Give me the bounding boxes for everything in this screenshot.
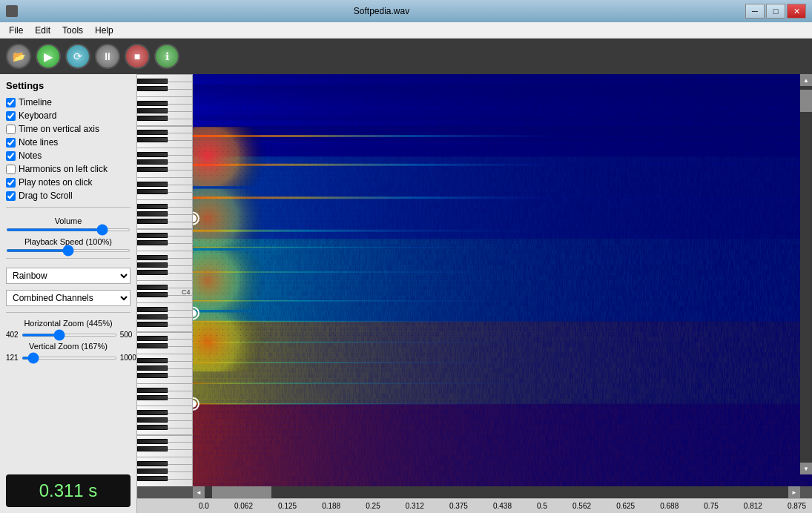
piano-key-black[interactable] bbox=[137, 373, 168, 378]
menu-file[interactable]: File bbox=[3, 24, 29, 37]
channels-select[interactable]: Combined Channels Left Channel Right Cha… bbox=[6, 290, 131, 306]
piano-key-black[interactable] bbox=[137, 240, 168, 245]
piano-key-black[interactable] bbox=[137, 159, 168, 165]
piano-key-black[interactable] bbox=[137, 285, 168, 290]
checkbox-play-notes[interactable]: Play notes on click bbox=[6, 177, 131, 188]
checkbox-notes-label: Notes bbox=[19, 150, 42, 161]
play-button[interactable]: ▶ bbox=[36, 44, 61, 69]
volume-slider[interactable] bbox=[6, 228, 131, 231]
piano-key-black[interactable] bbox=[137, 262, 168, 268]
piano-key-black[interactable] bbox=[137, 365, 168, 371]
piano-key-black[interactable] bbox=[137, 101, 168, 106]
checkbox-time-vertical[interactable]: Time on vertical axis bbox=[6, 124, 131, 134]
piano-key-black[interactable] bbox=[137, 86, 168, 91]
pause-button[interactable]: ⏸ bbox=[95, 44, 120, 69]
checkbox-time-vertical-input[interactable] bbox=[6, 125, 16, 134]
loop-button[interactable]: ⟳ bbox=[65, 44, 90, 69]
vzoom-min: 121 bbox=[6, 354, 19, 362]
vzoom-row: 121 1000 bbox=[6, 354, 131, 362]
piano-key-black[interactable] bbox=[137, 410, 168, 415]
checkbox-play-notes-input[interactable] bbox=[6, 178, 16, 188]
checkbox-timeline-input[interactable] bbox=[6, 98, 16, 107]
piano-key-black[interactable] bbox=[137, 343, 168, 348]
checkbox-keyboard-input[interactable] bbox=[6, 111, 16, 121]
piano-key-black[interactable] bbox=[137, 130, 168, 135]
checkbox-timeline[interactable]: Timeline bbox=[6, 97, 131, 107]
piano-key-black[interactable] bbox=[137, 108, 168, 113]
piano-key-black[interactable] bbox=[137, 204, 168, 209]
piano-key-black[interactable] bbox=[137, 137, 168, 142]
piano-key-black[interactable] bbox=[137, 425, 168, 430]
piano-key-black[interactable] bbox=[137, 292, 168, 297]
scroll-left-button[interactable]: ◄ bbox=[193, 486, 205, 498]
axis-tick: 0.0 bbox=[199, 502, 209, 510]
menu-edit[interactable]: Edit bbox=[29, 24, 56, 37]
checkbox-play-notes-label: Play notes on click bbox=[19, 177, 92, 188]
checkbox-notes-input[interactable] bbox=[6, 151, 16, 161]
time-axis: 0.00.0620.1250.1880.250.3120.3750.4380.5… bbox=[137, 498, 812, 513]
hzoom-slider[interactable] bbox=[22, 334, 117, 337]
piano-key-black[interactable] bbox=[137, 336, 168, 341]
vertical-scrollbar[interactable]: ▲ ▼ bbox=[800, 74, 812, 474]
piano-key-black[interactable] bbox=[137, 446, 168, 451]
piano-key-black[interactable] bbox=[137, 219, 168, 224]
piano-key-black[interactable] bbox=[137, 255, 168, 260]
axis-tick: 0.438 bbox=[493, 502, 512, 510]
axis-tick: 0.625 bbox=[616, 502, 635, 510]
piano-key-black[interactable] bbox=[137, 417, 168, 423]
playback-speed-slider[interactable] bbox=[6, 249, 131, 252]
color-scheme-select[interactable]: Rainbow Grayscale Hot Cool bbox=[6, 268, 131, 284]
piano-key-black[interactable] bbox=[137, 182, 168, 187]
scroll-up-button[interactable]: ▲ bbox=[800, 74, 812, 86]
piano-key-black[interactable] bbox=[137, 152, 168, 157]
vzoom-slider[interactable] bbox=[22, 357, 117, 360]
piano-key-black[interactable] bbox=[137, 189, 168, 194]
piano-key-black[interactable] bbox=[137, 388, 168, 393]
checkbox-keyboard[interactable]: Keyboard bbox=[6, 110, 131, 121]
open-button[interactable]: 📂 bbox=[6, 44, 31, 69]
checkbox-note-lines[interactable]: Note lines bbox=[6, 137, 131, 148]
info-button[interactable]: ℹ bbox=[154, 44, 179, 69]
piano-key-black[interactable] bbox=[137, 358, 168, 363]
piano-key-black[interactable] bbox=[137, 211, 168, 216]
menu-tools[interactable]: Tools bbox=[56, 24, 89, 37]
stop-button[interactable]: ■ bbox=[125, 44, 150, 69]
horizontal-scrollbar[interactable]: ◄ ► bbox=[193, 486, 800, 498]
checkbox-harmonics-label: Harmonics on left click bbox=[19, 164, 108, 174]
scroll-track-v[interactable] bbox=[800, 86, 812, 463]
minimize-button[interactable]: ─ bbox=[745, 4, 765, 19]
axis-tick: 0.812 bbox=[744, 502, 762, 510]
spectrogram-canvas bbox=[193, 74, 812, 486]
checkbox-note-lines-input[interactable] bbox=[6, 138, 16, 148]
scroll-down-button[interactable]: ▼ bbox=[800, 463, 812, 474]
piano-key-black[interactable] bbox=[137, 395, 168, 400]
piano-key-black[interactable] bbox=[137, 79, 168, 84]
close-button[interactable]: ✕ bbox=[787, 4, 806, 19]
maximize-button[interactable]: □ bbox=[766, 4, 785, 19]
checkbox-drag-scroll-input[interactable] bbox=[6, 191, 16, 201]
scroll-right-button[interactable]: ► bbox=[788, 486, 800, 498]
spectrogram-area[interactable] bbox=[193, 74, 812, 486]
menu-help[interactable]: Help bbox=[89, 24, 119, 37]
scroll-track-h[interactable] bbox=[205, 486, 788, 498]
piano-key-black[interactable] bbox=[137, 469, 168, 474]
scroll-thumb-h[interactable] bbox=[212, 486, 271, 498]
checkbox-harmonics-input[interactable] bbox=[6, 165, 16, 174]
piano-key-black[interactable] bbox=[137, 322, 168, 327]
piano-key-black[interactable] bbox=[137, 167, 168, 172]
piano-key-black[interactable] bbox=[137, 476, 168, 481]
timestamp-display: 0.311 s bbox=[6, 474, 131, 507]
piano-key-black[interactable] bbox=[137, 314, 168, 320]
checkbox-notes[interactable]: Notes bbox=[6, 150, 131, 161]
checkbox-harmonics[interactable]: Harmonics on left click bbox=[6, 164, 131, 174]
piano-key-black[interactable] bbox=[137, 461, 168, 466]
piano-key-black[interactable] bbox=[137, 233, 168, 238]
checkbox-drag-scroll[interactable]: Drag to Scroll bbox=[6, 191, 131, 201]
main-layout: Settings Timeline Keyboard Time on verti… bbox=[0, 74, 812, 513]
piano-key-black[interactable] bbox=[137, 270, 168, 275]
piano-key-black[interactable] bbox=[137, 439, 168, 444]
scroll-thumb-v[interactable] bbox=[800, 90, 812, 112]
piano-key-black[interactable] bbox=[137, 307, 168, 312]
volume-slider-row bbox=[6, 228, 131, 231]
piano-key-black[interactable] bbox=[137, 116, 168, 121]
